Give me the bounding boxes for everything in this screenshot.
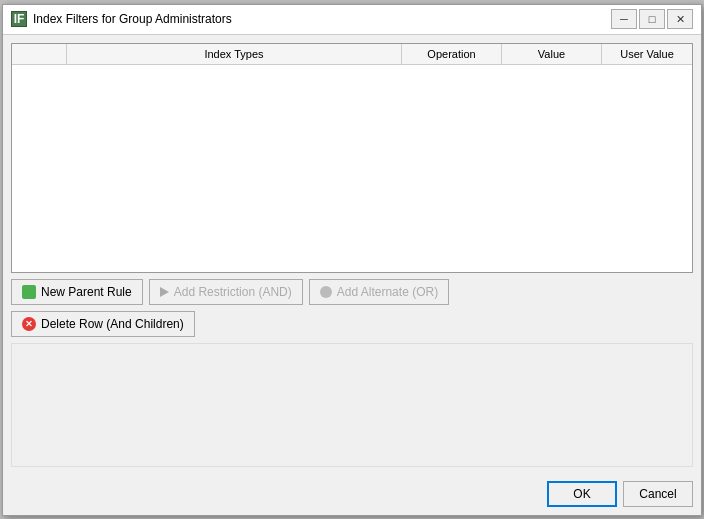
new-parent-rule-button[interactable]: New Parent Rule	[11, 279, 143, 305]
ok-button[interactable]: OK	[547, 481, 617, 507]
title-bar: IF Index Filters for Group Administrator…	[3, 5, 701, 35]
new-parent-rule-icon	[22, 285, 36, 299]
add-restriction-icon	[160, 287, 169, 297]
table-header: Index Types Operation Value User Value	[12, 44, 692, 65]
delete-row-button[interactable]: ✕ Delete Row (And Children)	[11, 311, 195, 337]
new-parent-rule-label: New Parent Rule	[41, 285, 132, 299]
title-bar-left: IF Index Filters for Group Administrator…	[11, 11, 232, 27]
add-restriction-label: Add Restriction (AND)	[174, 285, 292, 299]
buttons-row-1: New Parent Rule Add Restriction (AND) Ad…	[11, 279, 693, 305]
delete-row-label: Delete Row (And Children)	[41, 317, 184, 331]
lower-area	[11, 343, 693, 467]
buttons-row-2: ✕ Delete Row (And Children)	[11, 311, 693, 337]
footer: OK Cancel	[3, 475, 701, 515]
main-window: IF Index Filters for Group Administrator…	[2, 4, 702, 516]
add-alternate-button[interactable]: Add Alternate (OR)	[309, 279, 449, 305]
add-alternate-label: Add Alternate (OR)	[337, 285, 438, 299]
window-controls: ─ □ ✕	[611, 9, 693, 29]
add-restriction-button[interactable]: Add Restriction (AND)	[149, 279, 303, 305]
delete-row-icon: ✕	[22, 317, 36, 331]
window-content: Index Types Operation Value User Value N…	[3, 35, 701, 475]
close-button[interactable]: ✕	[667, 9, 693, 29]
app-icon: IF	[11, 11, 27, 27]
col-header-operation: Operation	[402, 44, 502, 64]
col-header-user-value: User Value	[602, 44, 692, 64]
window-title: Index Filters for Group Administrators	[33, 12, 232, 26]
cancel-button[interactable]: Cancel	[623, 481, 693, 507]
col-header-empty	[12, 44, 67, 64]
maximize-button[interactable]: □	[639, 9, 665, 29]
filter-table: Index Types Operation Value User Value	[11, 43, 693, 273]
table-body	[12, 65, 692, 272]
col-header-value: Value	[502, 44, 602, 64]
minimize-button[interactable]: ─	[611, 9, 637, 29]
col-header-index-types: Index Types	[67, 44, 402, 64]
add-alternate-icon	[320, 286, 332, 298]
